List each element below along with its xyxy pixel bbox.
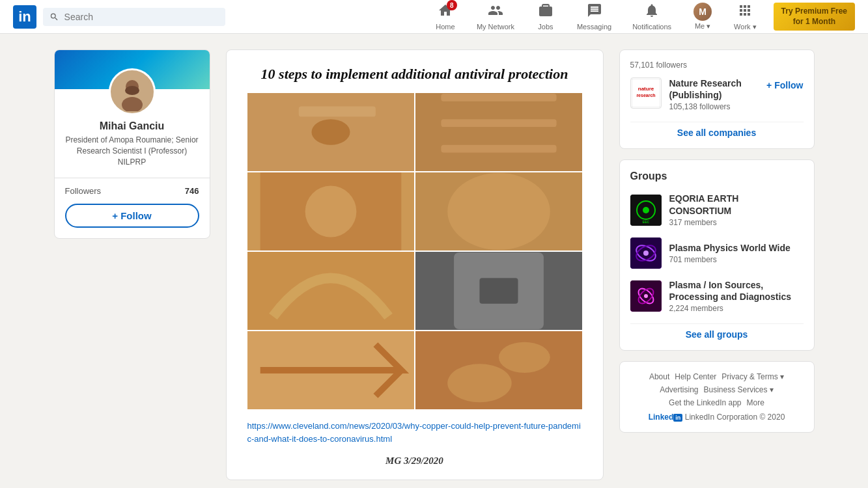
svg-text:nature: nature (637, 86, 654, 92)
nav-my-network[interactable]: My Network (468, 0, 524, 33)
followers-count: 746 (185, 186, 199, 196)
linkedin-logo[interactable]: in (13, 5, 36, 29)
nav-notifications[interactable]: Notifications (623, 0, 680, 33)
group-info: EQORIA EARTH CONSORTIUM 317 members (669, 193, 804, 226)
footer-row-1: About Help Center Privacy & Terms ▾ (630, 372, 804, 381)
company-followers: 105,138 followers (669, 102, 759, 111)
companies-section: 57,101 followers nature research Nature … (619, 49, 815, 149)
me-label: Me ▾ (695, 22, 710, 31)
companies-followers-header: 57,101 followers (630, 61, 804, 70)
svg-rect-17 (247, 252, 414, 330)
footer-about[interactable]: About (649, 372, 669, 381)
post-date: MG 3/29/2020 (227, 450, 603, 480)
people-icon (488, 3, 503, 21)
search-input[interactable] (64, 12, 219, 22)
post-image-5 (247, 252, 414, 330)
profile-info: Mihai Ganciu President of Amopa Roumanie… (55, 115, 210, 178)
svg-rect-6 (298, 107, 375, 117)
group-name: EQORIA EARTH CONSORTIUM (669, 193, 804, 216)
my-network-label: My Network (477, 23, 514, 31)
footer-row-3: Get the LinkedIn app More (630, 398, 804, 407)
avatar: M (693, 3, 712, 21)
group-name: Plasma Physics World Wide (669, 242, 804, 254)
svg-text:research: research (636, 93, 655, 98)
messaging-label: Messaging (577, 23, 611, 31)
groups-title: Groups (630, 170, 804, 182)
post-image-3 (247, 172, 414, 251)
post-link[interactable]: https://www.cleveland.com/news/2020/03/w… (227, 409, 603, 450)
group-eqoria: EEC EQORIA EARTH CONSORTIUM 317 members (630, 193, 804, 226)
main-content: 10 steps to implement additional antivir… (226, 49, 604, 480)
group-plasma-ion: Plasma / Ion Sources, Processing and Dia… (630, 279, 804, 313)
footer-more[interactable]: More (747, 398, 764, 407)
navbar: in 8 Home My Network Jobs (0, 0, 868, 34)
footer-app[interactable]: Get the LinkedIn app (669, 398, 741, 407)
plasma-ion-logo (630, 280, 662, 312)
footer-brand: Linkedin LinkedIn Corporation © 2020 (630, 413, 804, 422)
svg-point-7 (311, 119, 350, 144)
profile-avatar-img (113, 72, 152, 111)
group-info: Plasma / Ion Sources, Processing and Dia… (669, 279, 804, 313)
group-plasma-physics: Plasma Physics World Wide 701 members (630, 237, 804, 269)
work-label: Work ▾ (734, 23, 757, 31)
svg-rect-20 (479, 278, 518, 303)
nav-home[interactable]: 8 Home (426, 0, 465, 33)
footer-business[interactable]: Business Services ▾ (704, 385, 774, 394)
company-name: Nature Research (Publishing) (669, 77, 759, 101)
grid-icon (737, 3, 753, 21)
post-card: 10 steps to implement additional antivir… (226, 49, 604, 480)
profile-stats: Followers 746 (55, 178, 210, 204)
svg-point-30 (643, 207, 649, 213)
nav-messaging[interactable]: Messaging (568, 0, 621, 33)
post-image-1 (247, 93, 414, 171)
svg-point-3 (125, 86, 139, 95)
svg-rect-8 (415, 93, 582, 171)
follow-button[interactable]: + Follow (65, 204, 199, 228)
svg-rect-11 (441, 145, 556, 153)
groups-section: Groups EEC EQORIA EARTH CONSORTIUM 317 m… (619, 159, 815, 351)
messaging-icon (587, 3, 602, 21)
footer-help[interactable]: Help Center (675, 372, 716, 381)
eqoria-logo: EEC (630, 195, 662, 226)
svg-rect-9 (441, 94, 556, 102)
nav-work[interactable]: Work ▾ (725, 0, 766, 34)
svg-point-16 (447, 173, 550, 250)
footer-advertising[interactable]: Advertising (660, 385, 698, 394)
svg-text:EEC: EEC (642, 220, 649, 224)
profile-avatar-wrap (55, 68, 210, 115)
nav-jobs[interactable]: Jobs (526, 0, 565, 33)
post-image-8 (415, 331, 582, 409)
footer-row-2: Advertising Business Services ▾ (630, 385, 804, 394)
jobs-label: Jobs (538, 23, 553, 31)
home-badge: 8 (447, 0, 457, 10)
profile-name: Mihai Ganciu (65, 120, 199, 132)
nav-me[interactable]: M Me ▾ (683, 0, 722, 33)
post-image-7 (247, 331, 414, 409)
see-all-companies-link[interactable]: See all companies (630, 122, 804, 138)
see-all-groups-link[interactable]: See all groups (630, 323, 804, 340)
group-info: Plasma Physics World Wide 701 members (669, 242, 804, 264)
nav-items: 8 Home My Network Jobs Messaging (426, 0, 855, 34)
home-icon: 8 (438, 3, 453, 21)
nature-follow-button[interactable]: + Follow (766, 80, 803, 90)
page-layout: Mihai Ganciu President of Amopa Roumanie… (44, 49, 825, 480)
followers-label: Followers (65, 186, 102, 196)
home-label: Home (436, 23, 455, 31)
post-image-2 (415, 93, 582, 171)
svg-point-24 (499, 342, 550, 373)
right-sidebar: 57,101 followers nature research Nature … (619, 49, 815, 480)
search-icon (49, 12, 59, 22)
post-image-grid (247, 93, 582, 409)
group-name: Plasma / Ion Sources, Processing and Dia… (669, 279, 804, 303)
profile-card: Mihai Ganciu President of Amopa Roumanie… (54, 49, 210, 239)
svg-point-23 (447, 364, 511, 402)
group-members: 701 members (669, 255, 804, 264)
footer-privacy[interactable]: Privacy & Terms ▾ (721, 372, 784, 381)
left-sidebar: Mihai Ganciu President of Amopa Roumanie… (54, 49, 210, 480)
company-nature-research: nature research Nature Research (Publish… (630, 77, 804, 111)
svg-rect-10 (441, 119, 556, 127)
search-bar[interactable] (43, 8, 225, 26)
profile-title: President of Amopa Roumanie; Senior Rese… (65, 135, 199, 167)
premium-button[interactable]: Try Premium Free for 1 Month (774, 3, 855, 31)
post-image-6 (415, 252, 582, 330)
